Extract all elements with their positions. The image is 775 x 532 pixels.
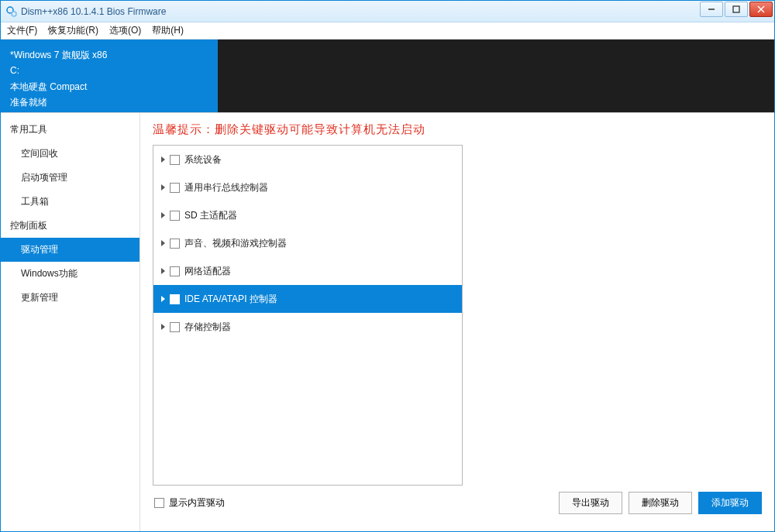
show-builtin-checkbox[interactable]: 显示内置驱动 — [154, 496, 225, 510]
checkbox-icon[interactable] — [170, 294, 180, 304]
info-drive: C: — [10, 63, 208, 78]
expand-arrow-icon — [161, 212, 165, 218]
add-driver-button[interactable]: 添加驱动 — [698, 492, 762, 514]
tree-label: IDE ATA/ATAPI 控制器 — [184, 293, 277, 306]
menu-recover[interactable]: 恢复功能(R) — [48, 24, 98, 37]
tree-label: 存储控制器 — [184, 321, 231, 334]
expand-arrow-icon — [161, 184, 165, 190]
tree-row[interactable]: 系统设备 — [153, 146, 462, 173]
minimize-button[interactable] — [700, 2, 723, 17]
show-builtin-label: 显示内置驱动 — [169, 496, 225, 510]
app-window: Dism++x86 10.1.4.1 Bios Firmware 文件(F) 恢… — [0, 0, 775, 532]
app-icon — [5, 5, 18, 18]
tree-label: 声音、视频和游戏控制器 — [184, 237, 287, 250]
checkbox-icon[interactable] — [170, 155, 180, 165]
expand-arrow-icon — [161, 296, 165, 302]
sidebar-item[interactable]: 更新管理 — [1, 286, 140, 310]
delete-driver-button[interactable]: 删除驱动 — [629, 492, 692, 514]
checkbox-icon[interactable] — [170, 239, 180, 249]
checkbox-icon[interactable] — [170, 183, 180, 193]
sidebar-item[interactable]: 启动项管理 — [1, 166, 140, 190]
image-info-panel[interactable]: *Windows 7 旗舰版 x86 C: 本地硬盘 Compact 准备就绪 — [1, 39, 218, 112]
maximize-button[interactable] — [725, 2, 748, 17]
expand-arrow-icon — [161, 156, 165, 163]
sidebar-item[interactable]: 驱动管理 — [1, 238, 140, 262]
window-title: Dism++x86 10.1.4.1 Bios Firmware — [21, 6, 700, 17]
tree-row[interactable]: 存储控制器 — [153, 313, 462, 341]
checkbox-icon — [154, 498, 164, 508]
expand-arrow-icon — [161, 240, 165, 246]
sidebar-item[interactable]: 空间回收 — [1, 142, 140, 166]
close-button[interactable] — [749, 2, 773, 17]
sidebar-group-cpanel: 控制面板 — [1, 214, 140, 238]
tree-label: 网络适配器 — [184, 265, 231, 278]
image-info-empty — [218, 39, 774, 112]
main-panel: 温馨提示：删除关键驱动可能导致计算机无法启动 系统设备通用串行总线控制器SD 主… — [140, 113, 774, 531]
svg-rect-3 — [733, 6, 739, 12]
tree-label: 系统设备 — [184, 153, 222, 166]
menubar: 文件(F) 恢复功能(R) 选项(O) 帮助(H) — [1, 22, 774, 39]
tree-label: 通用串行总线控制器 — [184, 181, 268, 194]
bottom-bar: 显示内置驱动 导出驱动 删除驱动 添加驱动 — [153, 492, 762, 514]
export-driver-button[interactable]: 导出驱动 — [559, 492, 622, 514]
checkbox-icon[interactable] — [170, 322, 180, 332]
tree-row[interactable]: SD 主适配器 — [153, 201, 462, 229]
menu-help[interactable]: 帮助(H) — [152, 24, 184, 37]
menu-file[interactable]: 文件(F) — [7, 24, 37, 37]
sidebar-item[interactable]: 工具箱 — [1, 190, 140, 214]
tree-row[interactable]: 网络适配器 — [153, 257, 462, 285]
sidebar: 常用工具 空间回收启动项管理工具箱 控制面板 驱动管理Windows功能更新管理 — [1, 113, 140, 531]
expand-arrow-icon — [161, 324, 165, 330]
tree-row[interactable]: 声音、视频和游戏控制器 — [153, 229, 462, 257]
titlebar[interactable]: Dism++x86 10.1.4.1 Bios Firmware — [1, 1, 774, 22]
image-info-strip: *Windows 7 旗舰版 x86 C: 本地硬盘 Compact 准备就绪 — [1, 39, 774, 112]
tree-label: SD 主适配器 — [184, 209, 237, 222]
window-controls — [700, 1, 774, 22]
info-status: 准备就绪 — [10, 94, 208, 110]
svg-point-1 — [12, 12, 16, 16]
warning-text: 温馨提示：删除关键驱动可能导致计算机无法启动 — [153, 122, 762, 137]
menu-options[interactable]: 选项(O) — [109, 24, 141, 37]
info-disk: 本地硬盘 Compact — [10, 79, 208, 94]
driver-tree: 系统设备通用串行总线控制器SD 主适配器声音、视频和游戏控制器网络适配器IDE … — [153, 145, 463, 486]
checkbox-icon[interactable] — [170, 266, 180, 276]
tree-row[interactable]: IDE ATA/ATAPI 控制器 — [153, 285, 462, 313]
tree-row[interactable]: 通用串行总线控制器 — [153, 173, 462, 201]
body: 常用工具 空间回收启动项管理工具箱 控制面板 驱动管理Windows功能更新管理… — [1, 112, 774, 531]
info-os: *Windows 7 旗舰版 x86 — [10, 47, 208, 63]
sidebar-item[interactable]: Windows功能 — [1, 262, 140, 286]
sidebar-group-tools: 常用工具 — [1, 118, 140, 142]
expand-arrow-icon — [161, 268, 165, 274]
checkbox-icon[interactable] — [170, 211, 180, 221]
